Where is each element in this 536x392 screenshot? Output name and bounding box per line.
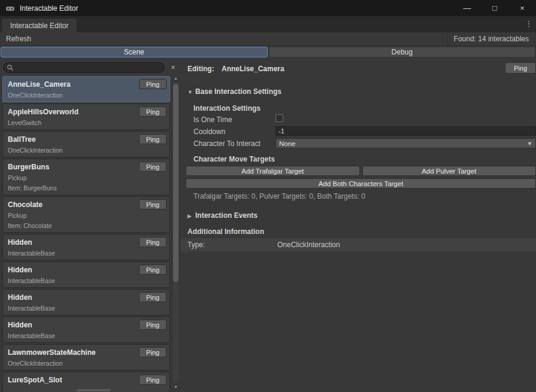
add-trafalgar-target-button[interactable]: Add Trafalgar Target — [186, 166, 360, 176]
type-value: OneClickInteraction — [277, 241, 340, 249]
type-label: Type: — [187, 241, 205, 249]
character-to-interact-dropdown[interactable]: None ▼ — [275, 138, 536, 148]
close-button[interactable]: × — [508, 0, 536, 16]
ping-button[interactable]: Ping — [139, 134, 166, 144]
title-bar: Interactable Editor — □ × — [0, 0, 536, 16]
app-icon — [5, 4, 15, 13]
item-subtitle: OneClickInteraction — [8, 147, 165, 154]
ping-button[interactable]: Ping — [139, 347, 166, 357]
interactable-list: AnneLise_Camera OneClickInteraction Ping… — [2, 76, 170, 392]
type-row: Type: OneClickInteraction — [181, 238, 536, 251]
ping-button[interactable]: Ping — [139, 79, 166, 89]
found-count-label: Found: 14 interactables — [447, 32, 536, 45]
item-subtitle: Pickup — [8, 174, 165, 182]
ping-button[interactable]: Ping — [139, 320, 166, 330]
refresh-button[interactable]: Refresh — [0, 34, 37, 44]
item-subtitle: Pickup — [8, 212, 165, 220]
editing-value: AnneLise_Camera — [222, 65, 284, 73]
scene-list-panel: × AnneLise_Camera OneClickInteraction Pi… — [0, 58, 181, 392]
list-item[interactable]: Hidden InteractableBase Ping — [2, 262, 170, 288]
item-subtitle: InteractableBase — [8, 332, 165, 340]
targets-summary: Trafalgar Targets: 0, Pulver Targets: 0,… — [193, 192, 365, 200]
is-one-time-label: Is One Time — [193, 116, 232, 124]
scroll-down-icon[interactable]: ▼ — [172, 384, 180, 391]
list-item[interactable]: Hidden InteractableBase Ping — [2, 317, 170, 343]
list-item[interactable]: Hidden InteractableBase Ping — [2, 289, 170, 315]
editing-label: Editing: — [187, 65, 214, 73]
item-subtitle: OneClickInteraction — [8, 360, 165, 367]
view-tabs: Scene Debug — [0, 46, 536, 58]
search-input[interactable] — [3, 62, 165, 73]
list-item[interactable]: Chocolate Pickup Item: Chocolate Ping — [2, 196, 170, 233]
interactable-editor-window: Interactable Editor — □ × Interactable E… — [0, 0, 536, 392]
list-item[interactable]: BallTree OneClickInteraction Ping — [2, 131, 170, 157]
additional-information-header: Additional Information — [187, 227, 264, 236]
item-subtitle: Item: BurgerBuns — [8, 184, 165, 192]
foldout-label: Interaction Events — [195, 211, 258, 220]
list-item[interactable]: AnneLise_Camera OneClickInteraction Ping — [2, 76, 170, 102]
vertical-scrollbar[interactable]: ▲ ▼ — [172, 75, 180, 391]
dropdown-value: None — [279, 140, 296, 147]
item-subtitle: InteractableBase — [8, 250, 165, 257]
scroll-up-icon[interactable]: ▲ — [172, 75, 180, 82]
item-subtitle: LevelSwitch — [8, 119, 165, 127]
scrollbar-thumb[interactable] — [173, 84, 178, 282]
cooldown-label: Cooldown — [193, 127, 225, 136]
ping-button[interactable]: Ping — [139, 375, 166, 385]
list-item[interactable]: Hidden InteractableBase Ping — [2, 234, 170, 260]
list-item[interactable]: AppleHillsOverworld LevelSwitch Ping — [2, 104, 170, 130]
clear-search-button[interactable]: × — [168, 62, 178, 73]
item-subtitle: OneClickInteraction — [8, 92, 165, 99]
tab-debug[interactable]: Debug — [269, 47, 536, 57]
character-to-interact-label: Character To Interact — [193, 139, 261, 148]
chevron-down-icon: ▼ — [527, 141, 532, 147]
editor-panel: Editing: AnneLise_Camera Ping ▼Base Inte… — [181, 58, 536, 392]
ping-button[interactable]: Ping — [139, 237, 166, 247]
item-subtitle: InteractableBase — [8, 277, 165, 285]
foldout-closed-icon: ▶ — [187, 213, 195, 219]
window-title: Interactable Editor — [20, 4, 78, 13]
foldout-open-icon: ▼ — [187, 89, 195, 95]
list-item[interactable]: LawnmowerStateMachine OneClickInteractio… — [2, 344, 170, 370]
ping-button[interactable]: Ping — [139, 199, 166, 209]
ping-button[interactable]: Ping — [139, 265, 166, 275]
interaction-events-foldout[interactable]: ▶Interaction Events — [187, 211, 258, 220]
item-subtitle: InteractableBase — [8, 305, 165, 312]
ping-button[interactable]: Ping — [139, 107, 166, 117]
add-pulver-target-button[interactable]: Add Pulver Target — [362, 166, 536, 176]
cooldown-field[interactable] — [275, 126, 536, 136]
scrollbar-track[interactable] — [173, 83, 178, 383]
tab-scene[interactable]: Scene — [1, 47, 268, 57]
ping-button[interactable]: Ping — [139, 162, 166, 172]
tab-interactable-editor[interactable]: Interactable Editor — [1, 18, 77, 32]
ping-button[interactable]: Ping — [505, 62, 536, 74]
is-one-time-checkbox[interactable] — [275, 114, 283, 122]
toolbar: Refresh Found: 14 interactables — [0, 32, 536, 46]
move-targets-header: Character Move Targets — [193, 155, 275, 163]
item-subtitle: Item: Chocolate — [8, 222, 165, 230]
maximize-button[interactable]: □ — [481, 0, 508, 16]
add-both-characters-target-button[interactable]: Add Both Characters Target — [186, 178, 536, 189]
list-item[interactable]: BurgerBuns Pickup Item: BurgerBuns Ping — [2, 159, 170, 195]
minimize-button[interactable]: — — [453, 0, 481, 16]
ping-button[interactable]: Ping — [139, 292, 166, 302]
interaction-settings-header: Interaction Settings — [193, 104, 261, 113]
foldout-label: Base Interaction Settings — [195, 87, 281, 96]
main-area: × AnneLise_Camera OneClickInteraction Pi… — [0, 58, 536, 392]
tab-menu-icon[interactable]: ⋮ — [524, 19, 534, 28]
horizontal-scrollbar[interactable] — [77, 389, 110, 391]
base-settings-foldout[interactable]: ▼Base Interaction Settings — [187, 87, 281, 96]
tab-strip: Interactable Editor ⋮ — [0, 16, 536, 32]
search-icon — [7, 64, 14, 71]
